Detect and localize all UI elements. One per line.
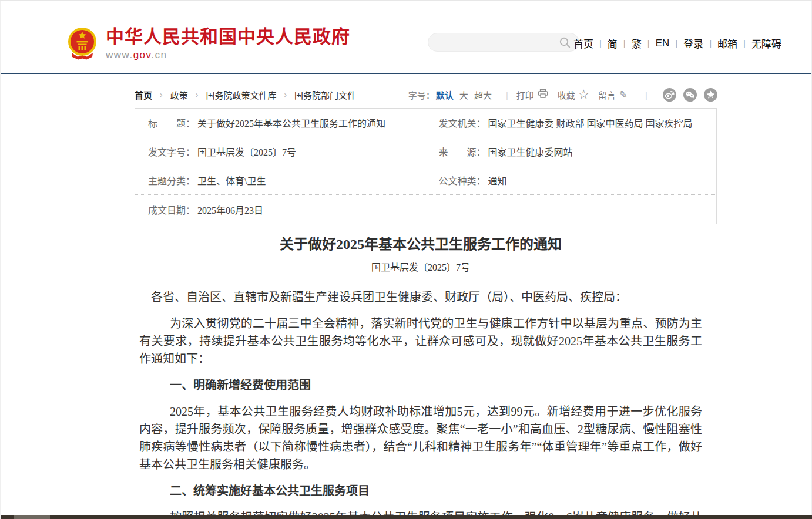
meta-label: 发文字号： [148,144,195,159]
meta-label: 公文种类： [439,173,486,187]
nav-separator: | [599,38,602,48]
meta-value: 2025年06月23日 [197,203,263,217]
printer-icon [538,89,548,100]
nav-separator: | [623,38,626,48]
breadcrumb-toolbar-row: 首页 › 政策 › 国务院政策文件库 › 国务院部门文件 字号： 默认 大 超大… [135,82,717,107]
article-doc-number: 国卫基层发〔2025〕7号 [139,260,702,274]
breadcrumb: 首页 › 政策 › 国务院政策文件库 › 国务院部门文件 [135,89,356,101]
site-logo[interactable]: 中华人民共和国中央人民政府 www.gov.cn [67,26,350,61]
meta-cell-doc-number: 发文字号： 国卫基层发〔2025〕7号 [135,144,426,159]
meta-value: 关于做好2025年基本公共卫生服务工作的通知 [197,116,385,130]
bottom-edge-bar-segment [14,515,50,519]
nav-separator: | [743,38,746,48]
favorite-label: 收藏 [558,89,575,101]
favorite-button[interactable]: 收藏 ☆ [558,89,589,101]
chevron-right-icon: › [160,90,163,99]
nav-home[interactable]: 首页 [573,36,593,50]
meta-cell-topic-category: 主题分类： 卫生、体育\卫生 [135,173,426,187]
site-title: 中华人民共和国中央人民政府 [106,26,350,48]
nav-accessibility[interactable]: 无障碍 [751,36,781,50]
paragraph: 2025年，基本公共卫生服务经费人均财政补助标准增加5元，达到99元。新增经费用… [139,403,702,473]
search-icon[interactable] [559,37,571,48]
font-size-label: 字号： [408,89,435,101]
nav-mail[interactable]: 邮箱 [717,36,737,50]
meta-label: 来 源： [439,144,486,159]
comment-label: 留言 [598,89,616,101]
meta-value: 国家卫生健康委 财政部 国家中医药局 国家疾控局 [488,116,693,130]
site-text: 中华人民共和国中央人民政府 www.gov.cn [106,26,350,61]
breadcrumb-policy[interactable]: 政策 [170,89,188,101]
article-body: 各省、自治区、直辖市及新疆生产建设兵团卫生健康委、财政厅（局）、中医药局、疾控局… [139,288,702,519]
breadcrumb-policy-library[interactable]: 国务院政策文件库 [206,89,276,101]
page: 中华人民共和国中央人民政府 www.gov.cn 首页 | 简 | 繁 | EN… [0,1,812,519]
meta-value: 卫生、体育\卫生 [197,173,266,187]
nav-separator: | [647,38,650,48]
meta-row: 标 题： 关于做好2025年基本公共卫生服务工作的通知 发文机关： 国家卫生健康… [135,109,716,137]
chevron-right-icon: › [284,90,287,99]
font-size-large-button[interactable]: 大 [459,89,468,101]
wechat-share-icon[interactable] [683,88,697,102]
meta-label: 成文日期： [148,203,195,217]
qzone-share-icon[interactable] [704,88,717,102]
star-icon: ☆ [579,90,589,100]
toolbar-separator: | [645,90,647,100]
meta-label: 主题分类： [148,173,195,187]
weibo-share-icon[interactable] [663,88,676,102]
meta-row: 成文日期： 2025年06月23日 [135,195,716,224]
meta-cell-date: 成文日期： 2025年06月23日 [135,203,426,217]
chevron-right-icon: › [196,90,199,99]
font-size-xlarge-button[interactable]: 超大 [474,89,492,101]
meta-row: 发文字号： 国卫基层发〔2025〕7号 来 源： 国家卫生健康委网站 [135,137,716,166]
print-button[interactable]: 打印 [516,89,548,101]
meta-cell-doc-type: 公文种类： 通知 [426,173,717,187]
meta-value: 国家卫生健康委网站 [488,144,573,159]
meta-row: 主题分类： 卫生、体育\卫生 公文种类： 通知 [135,166,716,195]
nav-simplified[interactable]: 简 [608,36,618,50]
nav-traditional[interactable]: 繁 [632,36,642,50]
nav-separator: | [709,38,712,48]
meta-cell-issuing-agency: 发文机关： 国家卫生健康委 财政部 国家中医药局 国家疾控局 [426,116,717,130]
font-size-default-button[interactable]: 默认 [436,89,454,101]
url-www: www. [106,49,133,60]
section-heading-2: 二、统筹实施好基本公共卫生服务项目 [139,482,702,500]
top-nav: 首页 | 简 | 繁 | EN | 登录 | 邮箱 | 无障碍 [573,36,781,50]
meta-value: 国卫基层发〔2025〕7号 [197,144,296,159]
article: 关于做好2025年基本公共卫生服务工作的通知 国卫基层发〔2025〕7号 各省、… [139,235,702,519]
paragraph-salutation: 各省、自治区、直辖市及新疆生产建设兵团卫生健康委、财政厅（局）、中医药局、疾控局… [139,288,702,306]
breadcrumb-department-docs[interactable]: 国务院部门文件 [294,89,356,101]
nav-separator: | [675,38,677,48]
meta-label: 标 题： [148,116,195,130]
toolbar: 字号： 默认 大 超大 | 打印 收藏 ☆ 留言 [408,88,717,102]
url-cn: .cn [151,49,167,60]
meta-value: 通知 [488,173,507,187]
search-box [428,33,579,52]
article-title: 关于做好2025年基本公共卫生服务工作的通知 [139,235,702,254]
paragraph: 为深入贯彻党的二十届三中全会精神，落实新时代党的卫生与健康工作方针中以基层为重点… [139,315,702,368]
print-label: 打印 [516,89,534,101]
breadcrumb-home[interactable]: 首页 [135,89,152,101]
site-url: www.gov.cn [106,49,350,61]
meta-label: 发文机关： [439,116,486,130]
site-header: 中华人民共和国中央人民政府 www.gov.cn 首页 | 简 | 繁 | EN… [1,1,811,74]
section-heading-1: 一、明确新增经费使用范围 [139,376,702,394]
national-emblem-icon [67,26,98,60]
bottom-edge-bar [1,515,812,519]
nav-login[interactable]: 登录 [683,36,703,50]
meta-cell-title: 标 题： 关于做好2025年基本公共卫生服务工作的通知 [135,116,426,130]
meta-table: 标 题： 关于做好2025年基本公共卫生服务工作的通知 发文机关： 国家卫生健康… [135,108,717,224]
pencil-icon: ✎ [619,90,628,100]
comment-button[interactable]: 留言 ✎ [598,89,628,101]
nav-english[interactable]: EN [656,38,670,49]
toolbar-separator: | [506,90,508,100]
meta-cell-source: 来 源： 国家卫生健康委网站 [426,144,717,159]
search-input[interactable] [428,33,552,51]
url-gov: gov [133,49,152,60]
